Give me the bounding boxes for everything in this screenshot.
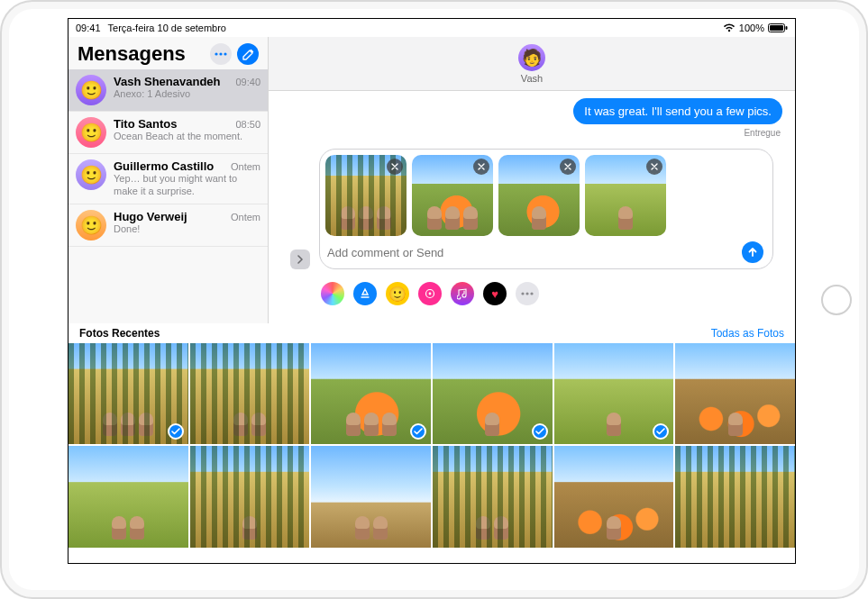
photo-cell[interactable] bbox=[675, 446, 795, 547]
conversation-preview: Yep… but you might want to make it a sur… bbox=[114, 173, 260, 198]
conversation-item[interactable]: 🙂 Guillermo Castillo Ontem Yep… but you … bbox=[69, 154, 268, 204]
photo-cell[interactable] bbox=[69, 446, 188, 547]
ipad-frame: 09:41 Terça-feira 10 de setembro 100% Me… bbox=[0, 0, 868, 599]
remove-photo-button[interactable] bbox=[646, 159, 662, 175]
sidebar-header: Mensagens bbox=[69, 37, 268, 69]
conversation-time: Ontem bbox=[231, 161, 260, 172]
staged-photo[interactable] bbox=[498, 155, 580, 236]
app-activity-icon[interactable]: ♥ bbox=[483, 282, 507, 305]
all-photos-link[interactable]: Todas as Fotos bbox=[711, 327, 784, 340]
conversation-time: 09:40 bbox=[235, 77, 260, 87]
photo-thumb bbox=[69, 446, 188, 547]
main-area: Mensagens 🙂 Vash Shenavandeh 09:40 Anexo… bbox=[69, 37, 795, 563]
conversation-preview: Ocean Beach at the moment. bbox=[114, 131, 260, 143]
conversation-item[interactable]: 🙂 Vash Shenavandeh 09:40 Anexo: 1 Adesiv… bbox=[69, 69, 268, 112]
sidebar: Mensagens 🙂 Vash Shenavandeh 09:40 Anexo… bbox=[69, 37, 269, 323]
staged-photo[interactable] bbox=[325, 155, 407, 236]
arrow-up-icon bbox=[747, 247, 758, 258]
conversation-item[interactable]: 🙂 Tito Santos 08:50 Ocean Beach at the m… bbox=[69, 112, 268, 154]
delivered-label: Entregue bbox=[281, 128, 782, 138]
app-memoji-icon[interactable]: 🙂 bbox=[386, 282, 409, 305]
photo-cell[interactable] bbox=[311, 343, 431, 444]
home-button[interactable] bbox=[821, 285, 852, 315]
contact-avatar: 🧑 bbox=[518, 44, 545, 71]
photo-cell[interactable] bbox=[675, 343, 795, 444]
svg-point-8 bbox=[521, 292, 524, 295]
photo-cell[interactable] bbox=[69, 343, 188, 444]
close-icon bbox=[564, 163, 571, 170]
imessage-app-strip: 🙂 ♥ bbox=[281, 278, 782, 311]
compose-icon bbox=[242, 49, 254, 60]
photo-thumb bbox=[190, 446, 310, 547]
remove-photo-button[interactable] bbox=[560, 159, 576, 175]
compose-area bbox=[281, 145, 782, 275]
status-date: Terça-feira 10 de setembro bbox=[108, 23, 226, 33]
expand-apps-button[interactable] bbox=[290, 250, 310, 269]
avatar: 🙂 bbox=[76, 75, 106, 105]
staged-photos-row bbox=[325, 155, 767, 236]
close-icon bbox=[391, 163, 398, 170]
staged-photo[interactable] bbox=[412, 155, 493, 236]
avatar: 🙂 bbox=[76, 117, 106, 148]
sent-message-row: It was great. I'll send you a few pics. bbox=[281, 98, 782, 124]
compose-button[interactable] bbox=[237, 43, 259, 65]
sidebar-title: Mensagens bbox=[78, 42, 205, 66]
compose-input[interactable] bbox=[327, 246, 735, 259]
compose-staging bbox=[319, 149, 773, 269]
app-appstore-icon[interactable] bbox=[353, 282, 377, 305]
more-button[interactable] bbox=[210, 43, 232, 65]
message-scroll[interactable]: It was great. I'll send you a few pics. … bbox=[269, 91, 795, 323]
photo-cell[interactable] bbox=[554, 343, 674, 444]
conversation-name: Tito Santos bbox=[114, 117, 230, 131]
photo-cell[interactable] bbox=[190, 343, 310, 444]
conversation-list[interactable]: 🙂 Vash Shenavandeh 09:40 Anexo: 1 Adesiv… bbox=[69, 69, 268, 323]
photo-thumb bbox=[433, 446, 553, 547]
status-time: 09:41 bbox=[76, 23, 101, 33]
chevron-right-icon bbox=[297, 255, 304, 264]
photo-cell[interactable] bbox=[554, 446, 674, 547]
photo-thumb bbox=[675, 343, 795, 444]
close-icon bbox=[478, 163, 485, 170]
photo-cell[interactable] bbox=[311, 446, 431, 547]
screen: 09:41 Terça-feira 10 de setembro 100% Me… bbox=[68, 18, 796, 564]
svg-point-9 bbox=[525, 292, 528, 295]
remove-photo-button[interactable] bbox=[473, 159, 489, 175]
photo-thumb bbox=[190, 343, 310, 444]
svg-point-10 bbox=[530, 292, 533, 295]
conversation-name: Guillermo Castillo bbox=[114, 159, 225, 173]
app-digitaltouch-icon[interactable] bbox=[418, 282, 442, 305]
staged-photo[interactable] bbox=[585, 155, 666, 236]
svg-rect-1 bbox=[770, 25, 783, 31]
svg-point-5 bbox=[224, 52, 226, 55]
selected-check-icon bbox=[168, 423, 184, 440]
svg-point-3 bbox=[215, 52, 217, 55]
wifi-icon bbox=[723, 23, 736, 32]
photo-thumb bbox=[675, 446, 795, 547]
photo-cell[interactable] bbox=[433, 446, 553, 547]
contact-name: Vash bbox=[521, 73, 543, 84]
photo-thumb bbox=[311, 446, 431, 547]
photo-cell[interactable] bbox=[190, 446, 310, 547]
ellipsis-icon bbox=[215, 52, 227, 56]
send-button[interactable] bbox=[742, 241, 763, 263]
drawer-title: Fotos Recentes bbox=[79, 327, 160, 340]
svg-rect-2 bbox=[786, 26, 788, 30]
conversation-preview: Done! bbox=[114, 223, 260, 236]
conversation-name: Vash Shenavandeh bbox=[114, 75, 230, 88]
photo-cell[interactable] bbox=[433, 343, 553, 444]
app-music-icon[interactable] bbox=[451, 282, 474, 305]
conversation-header[interactable]: 🧑 Vash bbox=[269, 37, 795, 91]
conversation-name: Hugo Verweij bbox=[114, 210, 225, 223]
conversation-item[interactable]: 🙂 Hugo Verweij Ontem Done! bbox=[69, 204, 268, 247]
svg-point-7 bbox=[429, 293, 432, 295]
conversation-time: 08:50 bbox=[235, 119, 260, 130]
battery-icon bbox=[768, 23, 788, 32]
status-bar: 09:41 Terça-feira 10 de setembro 100% bbox=[69, 19, 795, 37]
app-photos-icon[interactable] bbox=[321, 282, 344, 305]
avatar: 🙂 bbox=[76, 159, 106, 190]
app-more-icon[interactable] bbox=[516, 282, 539, 305]
remove-photo-button[interactable] bbox=[387, 159, 403, 175]
photo-grid[interactable] bbox=[69, 343, 795, 548]
conversation-preview: Anexo: 1 Adesivo bbox=[114, 88, 260, 101]
close-icon bbox=[651, 163, 658, 170]
